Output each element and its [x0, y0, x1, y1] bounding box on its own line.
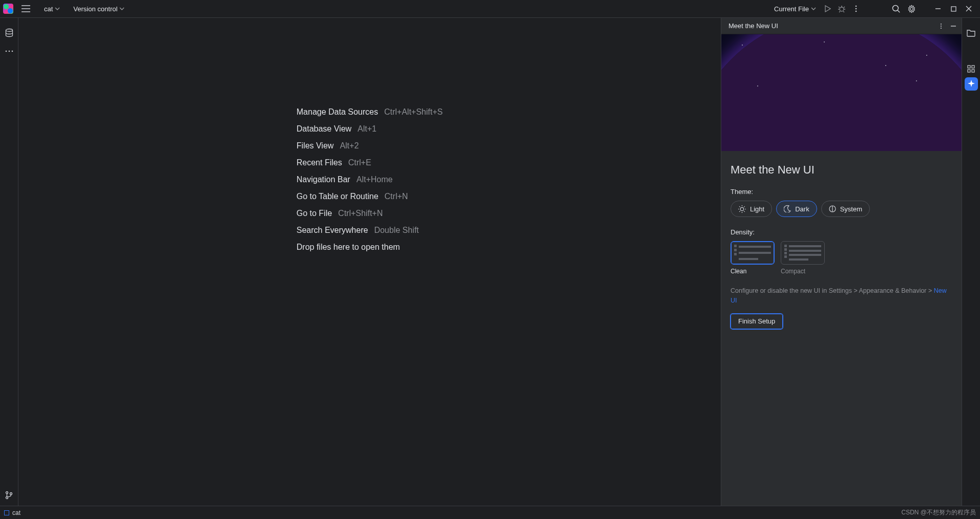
main-menu-button[interactable] — [18, 2, 33, 16]
project-dropdown[interactable]: cat — [40, 3, 64, 15]
action-manage-data-sources[interactable]: Manage Data Sources Ctrl+Alt+Shift+S — [297, 107, 443, 117]
action-shortcut: Ctrl+N — [385, 192, 408, 201]
action-navigation-bar[interactable]: Navigation Bar Alt+Home — [297, 175, 443, 184]
titlebar: cat Version control Current File — [0, 0, 980, 18]
search-icon — [892, 5, 901, 13]
density-option-compact[interactable] — [781, 241, 825, 265]
search-everywhere-button[interactable] — [889, 2, 903, 16]
density-labels: Clean Compact — [731, 268, 952, 275]
gear-icon — [907, 5, 916, 13]
svg-point-3 — [856, 11, 857, 12]
module-icon — [4, 510, 9, 515]
theme-selector: Light Dark System — [731, 201, 952, 217]
close-icon — [966, 6, 972, 12]
svg-rect-21 — [972, 70, 974, 72]
settings-button[interactable] — [904, 2, 919, 16]
status-bar: cat CSDN @不想努力的程序员 — [0, 506, 980, 519]
action-label: Navigation Bar — [297, 175, 350, 184]
panel-heading: Meet the New UI — [731, 163, 952, 177]
action-shortcut: Alt+2 — [340, 141, 359, 150]
database-tool-button[interactable] — [3, 26, 16, 39]
panel-hide-button[interactable] — [947, 20, 960, 32]
svg-point-8 — [8, 51, 10, 52]
more-tools-button[interactable] — [3, 45, 16, 58]
new-ui-stripe-button[interactable] — [965, 77, 978, 91]
density-section-label: Density: — [731, 228, 952, 236]
svg-point-6 — [6, 29, 12, 32]
action-go-to-file[interactable]: Go to File Ctrl+Shift+N — [297, 209, 443, 218]
svg-point-2 — [856, 8, 857, 10]
window-maximize-button[interactable] — [946, 2, 961, 16]
action-files-view[interactable]: Files View Alt+2 — [297, 141, 443, 150]
hero-illustration — [721, 34, 962, 151]
action-shortcut: Ctrl+Shift+N — [338, 209, 383, 218]
action-recent-files[interactable]: Recent Files Ctrl+E — [297, 158, 443, 167]
vcs-tool-button[interactable] — [3, 488, 16, 502]
run-button[interactable] — [820, 2, 835, 16]
chevron-down-icon — [811, 7, 816, 10]
notifications-button[interactable] — [965, 26, 978, 39]
project-label: cat — [44, 5, 53, 13]
quick-action-list: Manage Data Sources Ctrl+Alt+Shift+S Dat… — [297, 107, 443, 252]
svg-point-10 — [6, 491, 8, 493]
action-shortcut: Ctrl+Alt+Shift+S — [384, 107, 443, 117]
drop-files-hint: Drop files here to open them — [297, 243, 443, 252]
action-shortcut: Ctrl+E — [348, 158, 371, 167]
vcs-label: Version control — [73, 5, 117, 13]
debug-button[interactable] — [835, 2, 849, 16]
play-icon — [824, 5, 831, 12]
more-actions-button[interactable] — [849, 2, 863, 16]
moon-icon — [784, 205, 791, 212]
svg-point-14 — [941, 25, 942, 26]
chevron-down-icon — [55, 7, 60, 10]
action-label: Search Everywhere — [297, 226, 368, 235]
sun-icon — [738, 205, 746, 213]
status-project-widget[interactable]: cat — [4, 509, 20, 516]
main-shell: Manage Data Sources Ctrl+Alt+Shift+S Dat… — [0, 18, 980, 506]
density-option-clean[interactable] — [731, 241, 775, 265]
svg-point-12 — [10, 492, 12, 494]
svg-rect-18 — [968, 66, 970, 68]
density-compact-label: Compact — [781, 268, 825, 275]
watermark-text: CSDN @不想努力的程序员 — [901, 508, 976, 517]
svg-point-0 — [840, 7, 844, 11]
action-go-to-table[interactable]: Go to Table or Routine Ctrl+N — [297, 192, 443, 201]
theme-option-light[interactable]: Light — [731, 201, 772, 217]
panel-body: Meet the New UI Theme: Light Dark System… — [721, 34, 962, 506]
theme-option-system[interactable]: System — [821, 201, 870, 217]
run-configuration-dropdown[interactable]: Current File — [770, 3, 820, 15]
window-close-button[interactable] — [962, 2, 976, 16]
svg-point-16 — [740, 207, 743, 210]
grid-icon — [967, 65, 975, 73]
layout-button[interactable] — [965, 62, 978, 75]
action-label: Go to Table or Routine — [297, 192, 379, 201]
density-clean-label: Clean — [731, 268, 775, 275]
action-search-everywhere[interactable]: Search Everywhere Double Shift — [297, 226, 443, 235]
kebab-icon — [852, 5, 860, 12]
right-tool-strip — [962, 18, 980, 506]
svg-point-4 — [892, 5, 898, 11]
action-label: Manage Data Sources — [297, 107, 378, 117]
window-minimize-button[interactable] — [931, 2, 945, 16]
new-ui-panel: Meet the New UI Meet the New UI — [721, 18, 962, 506]
action-label: Database View — [297, 124, 351, 134]
action-label: Files View — [297, 141, 334, 150]
maximize-icon — [951, 6, 956, 12]
settings-hint: Configure or disable the new UI in Setti… — [731, 286, 952, 306]
status-project-label: cat — [12, 509, 20, 516]
vcs-dropdown[interactable]: Version control — [69, 3, 129, 15]
theme-section-label: Theme: — [731, 188, 952, 196]
panel-options-button[interactable] — [935, 20, 947, 32]
bug-icon — [838, 5, 846, 13]
kebab-icon — [938, 23, 944, 29]
app-logo-icon — [3, 4, 13, 14]
action-shortcut: Alt+1 — [358, 124, 377, 134]
editor-empty-state: Manage Data Sources Ctrl+Alt+Shift+S Dat… — [18, 18, 721, 506]
system-icon — [829, 205, 836, 212]
action-database-view[interactable]: Database View Alt+1 — [297, 124, 443, 134]
svg-rect-19 — [972, 66, 974, 68]
theme-option-dark[interactable]: Dark — [776, 201, 817, 217]
sparkle-icon — [967, 80, 975, 88]
action-label: Recent Files — [297, 158, 342, 167]
finish-setup-button[interactable]: Finish Setup — [731, 314, 783, 329]
